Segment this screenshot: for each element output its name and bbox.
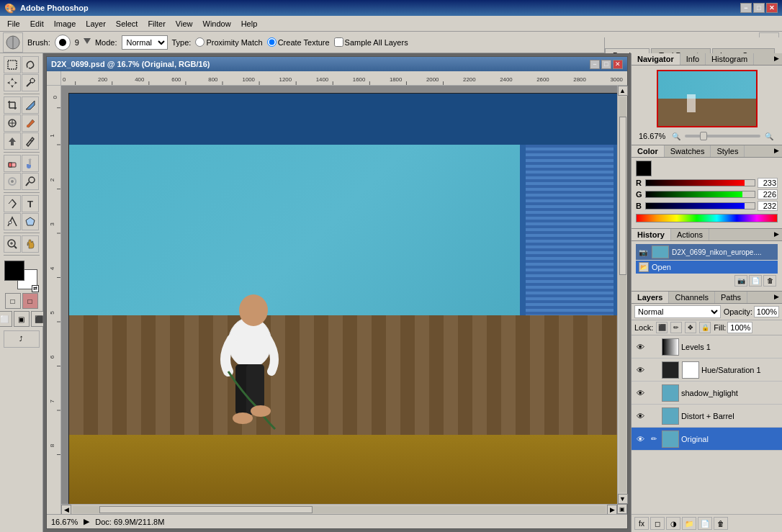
proximity-match-input[interactable] <box>195 37 205 47</box>
layers-collapse[interactable]: ▶ <box>771 292 782 303</box>
pen-tool[interactable] <box>4 195 21 212</box>
hand-tool[interactable] <box>22 235 39 253</box>
sample-all-layers-input[interactable] <box>334 37 343 47</box>
brush-dropdown-arrow[interactable] <box>84 38 91 47</box>
history-collapse[interactable]: ▶ <box>771 229 782 240</box>
paint-bucket-tool[interactable] <box>22 155 39 172</box>
layer-item-original[interactable]: 👁 ✏ Original <box>632 428 782 451</box>
history-new-snap[interactable]: 📷 <box>734 275 747 287</box>
layer-adj-btn[interactable]: ◑ <box>666 517 680 530</box>
tab-color[interactable]: Color <box>632 145 665 157</box>
maximize-btn[interactable]: □ <box>753 3 765 13</box>
standard-mode[interactable]: □ <box>5 293 21 309</box>
history-open-item[interactable]: 📂 Open <box>636 261 778 274</box>
eraser-tool[interactable] <box>4 155 21 172</box>
color-spectrum[interactable] <box>636 214 778 222</box>
scroll-v-down[interactable]: ▼ <box>618 494 628 504</box>
brush-tool[interactable] <box>22 114 39 132</box>
tab-actions[interactable]: Actions <box>671 229 709 240</box>
fg-swatch[interactable] <box>636 161 652 176</box>
jump-to-btn[interactable]: ⤴ <box>4 330 40 348</box>
menu-layer[interactable]: Layer <box>81 18 110 30</box>
history-brush-tool[interactable] <box>22 132 39 150</box>
layer-item-distort[interactable]: 👁 Distort + Barrel <box>632 405 782 428</box>
b-slider[interactable] <box>645 202 755 209</box>
menu-view[interactable]: View <box>171 18 197 30</box>
full-screen-menu[interactable]: ▣ <box>14 311 30 327</box>
tab-paths[interactable]: Paths <box>715 292 747 303</box>
menu-image[interactable]: Image <box>50 18 81 30</box>
layer-eye-distort[interactable]: 👁 <box>634 410 646 422</box>
minimize-btn[interactable]: − <box>740 3 752 13</box>
zoom-slider-thumb[interactable] <box>700 132 707 140</box>
slice-tool[interactable] <box>22 96 39 114</box>
scroll-h-right[interactable]: ▶ <box>607 505 617 515</box>
layer-eye-levels[interactable]: 👁 <box>634 341 646 353</box>
b-input[interactable]: 232 <box>758 201 778 211</box>
layer-item-hue[interactable]: 👁 Hue/Saturation 1 <box>632 359 782 382</box>
lasso-tool[interactable] <box>22 56 39 73</box>
layer-delete-btn[interactable]: 🗑 <box>714 517 728 530</box>
layer-eye-hue[interactable]: 👁 <box>634 364 646 376</box>
tab-history[interactable]: History <box>632 229 671 240</box>
foreground-color[interactable] <box>4 261 24 281</box>
scrollbar-vertical[interactable]: ▲ ▼ <box>617 86 627 504</box>
layer-eye-original[interactable]: 👁 <box>634 433 646 445</box>
menu-help[interactable]: Help <box>237 18 262 30</box>
doc-close[interactable]: ✕ <box>613 60 623 69</box>
scrollbar-v-track[interactable] <box>619 97 626 492</box>
fill-input[interactable] <box>727 322 752 333</box>
text-tool[interactable]: T <box>22 195 39 212</box>
crop-tool[interactable] <box>4 96 21 114</box>
lock-move[interactable]: ✥ <box>685 322 696 333</box>
scrollbar-h-thumb[interactable] <box>99 506 313 513</box>
doc-maximize[interactable]: □ <box>601 60 611 69</box>
lock-all[interactable]: 🔒 <box>699 322 711 333</box>
history-new-doc[interactable]: 📄 <box>749 275 762 287</box>
layer-fx-btn[interactable]: fx <box>634 517 649 530</box>
scrollbar-h-track[interactable] <box>73 506 606 513</box>
magic-wand-tool[interactable] <box>22 74 39 91</box>
tab-layers[interactable]: Layers <box>632 292 669 303</box>
color-collapse[interactable]: ▶ <box>771 145 782 157</box>
menu-file[interactable]: File <box>3 18 24 30</box>
r-input[interactable]: 233 <box>758 178 778 188</box>
menu-select[interactable]: Select <box>112 18 143 30</box>
tab-navigator[interactable]: Navigator <box>632 53 680 65</box>
navigator-collapse[interactable]: ▶ <box>771 53 782 65</box>
menu-edit[interactable]: Edit <box>26 18 48 30</box>
tab-styles[interactable]: Styles <box>711 145 745 157</box>
blend-mode-select[interactable]: Normal Multiply Screen <box>634 305 721 318</box>
history-delete[interactable]: 🗑 <box>763 275 776 287</box>
zoom-tool[interactable] <box>4 235 21 253</box>
layer-eye-shadow[interactable]: 👁 <box>634 387 646 399</box>
close-btn[interactable]: ✕ <box>766 3 778 13</box>
create-texture-radio[interactable]: Create Texture <box>267 37 330 47</box>
move-tool[interactable] <box>4 74 21 91</box>
marquee-tool[interactable] <box>4 56 21 73</box>
create-texture-input[interactable] <box>267 37 277 47</box>
layer-item-shadow[interactable]: 👁 shadow_higlight <box>632 382 782 405</box>
scroll-h-left[interactable]: ◀ <box>61 505 71 515</box>
zoom-in-btn[interactable]: 🔍 <box>763 132 775 140</box>
g-input[interactable]: 226 <box>758 189 778 199</box>
zoom-slider[interactable] <box>685 135 760 137</box>
tab-info[interactable]: Info <box>680 53 706 65</box>
healing-brush-tool[interactable] <box>4 114 21 132</box>
lock-brush[interactable]: ✏ <box>670 322 682 333</box>
g-slider[interactable] <box>645 191 755 198</box>
layer-item-levels[interactable]: 👁 Levels 1 <box>632 335 782 359</box>
quick-mask-mode[interactable]: □ <box>22 293 38 309</box>
menu-filter[interactable]: Filter <box>143 18 169 30</box>
proximity-match-radio[interactable]: Proximity Match <box>195 37 262 47</box>
zoom-out-btn[interactable]: 🔍 <box>670 132 682 140</box>
scrollbar-horizontal[interactable]: ◀ ▶ ▣ <box>61 504 617 514</box>
opacity-input[interactable] <box>754 306 779 317</box>
standard-screen[interactable]: ⬜ <box>0 311 12 327</box>
menu-window[interactable]: Window <box>199 18 235 30</box>
blur-tool[interactable] <box>4 173 21 190</box>
clone-stamp-tool[interactable] <box>4 132 21 150</box>
tab-histogram[interactable]: Histogram <box>706 53 754 65</box>
layer-new-btn[interactable]: 📄 <box>698 517 712 530</box>
mode-dropdown[interactable]: Normal Multiply Screen <box>122 35 168 50</box>
